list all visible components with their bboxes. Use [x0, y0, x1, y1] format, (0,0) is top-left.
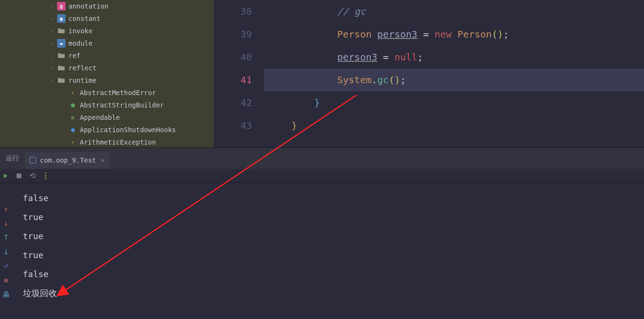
soft-wrap-icon[interactable]: ⏎ [2, 261, 10, 270]
line-number: 42 [214, 91, 252, 114]
output-line: true [23, 246, 635, 265]
line-number: 39 [214, 23, 252, 46]
code-line[interactable]: // gc [264, 0, 644, 23]
folder-icon [57, 51, 66, 60]
tree-label: annotation [68, 2, 108, 10]
package-icon: ▦ [57, 14, 66, 23]
class-icon: ⚡ [68, 138, 77, 146]
tree-item-module[interactable]: › ▬ module [0, 37, 214, 49]
scroll-up-icon[interactable]: ⤒ [2, 233, 10, 242]
code-area[interactable]: // gc Person person3 = new Person(); per… [264, 0, 644, 147]
run-tool-window: 运行 com.oop_9.Test × ⟲ ⋮ ↑ ↓ ⤒ ⤓ ⏎ ≡ 🖶 fa… [0, 147, 644, 319]
tree-item-invoke[interactable]: › invoke [0, 25, 214, 37]
chevron-right-icon: › [48, 66, 57, 71]
line-number: 43 [214, 114, 252, 137]
tree-label: invoke [68, 27, 93, 35]
svg-rect-0 [17, 174, 21, 178]
output-line: true [23, 208, 635, 227]
chevron-right-icon: › [48, 4, 57, 9]
console-toolbar: ↑ ↓ ⤒ ⤓ ⏎ ≡ 🖶 [0, 183, 12, 319]
interface-icon: ⊞ [68, 113, 77, 122]
tree-item-ref[interactable]: › ref [0, 49, 214, 62]
tree-item-applicationshutdownhooks[interactable]: › ⬢ ApplicationShutdownHooks [0, 124, 214, 136]
tree-item-reflect[interactable]: › reflect [0, 62, 214, 74]
chevron-right-icon: › [48, 78, 57, 83]
tree-label: module [68, 39, 93, 47]
class-icon: ⬢ [68, 126, 77, 134]
run-panel-header: 运行 com.oop_9.Test × [0, 147, 644, 169]
stop-button[interactable] [15, 172, 23, 180]
line-number: 41 [214, 68, 252, 91]
exit-icon[interactable]: ⟲ [28, 172, 37, 180]
tree-item-annotation[interactable]: › @ annotation [0, 0, 214, 12]
module-icon: ▬ [57, 39, 66, 48]
tree-label: ArithmeticException [80, 138, 156, 146]
tree-item-constant[interactable]: › ▦ constant [0, 12, 214, 25]
folder-icon [57, 76, 66, 85]
code-line-current[interactable]: System.gc(); [264, 68, 644, 91]
tree-label: runtime [68, 77, 96, 84]
line-number: 38 [214, 0, 252, 23]
package-icon: @ [57, 2, 66, 10]
output-line: 垃圾回收 [23, 284, 635, 303]
tree-item-arithmeticexception[interactable]: › ⚡ ArithmeticException [0, 136, 214, 147]
up-icon[interactable]: ↑ [2, 204, 10, 213]
run-title: 运行 [0, 154, 25, 163]
tree-item-appendable[interactable]: › ⊞ Appendable [0, 111, 214, 124]
chevron-right-icon: › [48, 16, 57, 21]
output-line: false [23, 265, 635, 284]
line-gutter: 38 39 40 41 42 43 [214, 0, 264, 147]
code-line[interactable]: Person person3 = new Person(); [264, 23, 644, 46]
tree-label: reflect [68, 64, 96, 72]
tree-label: ApplicationShutdownHooks [80, 126, 176, 134]
console-output[interactable]: false true true true false 垃圾回收 [14, 183, 644, 319]
run-tab[interactable]: com.oop_9.Test × [25, 152, 109, 169]
project-tree[interactable]: › @ annotation › ▦ constant › invoke › ▬… [0, 0, 214, 147]
run-tab-label: com.oop_9.Test [40, 156, 96, 164]
code-line[interactable]: person3 = null; [264, 46, 644, 68]
tree-item-abstractstringbuilder[interactable]: › ⬢ AbstractStringBuilder [0, 99, 214, 111]
tree-item-runtime[interactable]: › runtime [0, 74, 214, 87]
close-icon[interactable]: × [101, 156, 105, 164]
output-line: true [23, 227, 635, 246]
chevron-right-icon: › [48, 53, 57, 58]
tree-label: Appendable [80, 114, 120, 121]
output-line: false [23, 189, 635, 208]
chevron-right-icon: › [48, 29, 57, 34]
tree-label: AbstractStringBuilder [80, 101, 164, 109]
more-button[interactable]: ⋮ [41, 172, 50, 180]
class-icon: ⚡ [68, 88, 77, 97]
chevron-right-icon: › [48, 41, 57, 46]
scroll-down-icon[interactable]: ⤓ [2, 247, 10, 256]
print-icon[interactable]: 🖶 [2, 290, 10, 299]
tree-label: AbstractMethodError [80, 89, 156, 97]
rerun-button[interactable] [1, 172, 10, 180]
run-config-icon [29, 157, 36, 164]
toggle-icon[interactable]: ≡ [2, 276, 10, 284]
code-line[interactable]: } [264, 114, 644, 137]
class-icon: ⬢ [68, 101, 77, 109]
tree-label: constant [68, 15, 100, 22]
code-line[interactable]: } [264, 91, 644, 114]
code-editor[interactable]: 38 39 40 41 42 43 // gc Person person3 =… [214, 0, 644, 147]
tree-item-abstractmethoderror[interactable]: › ⚡ AbstractMethodError [0, 87, 214, 99]
tree-label: ref [68, 52, 80, 59]
line-number: 40 [214, 46, 252, 68]
folder-icon [57, 64, 66, 72]
run-toolbar: ⟲ ⋮ [0, 169, 644, 183]
down-icon[interactable]: ↓ [2, 219, 10, 227]
folder-icon [57, 27, 66, 35]
